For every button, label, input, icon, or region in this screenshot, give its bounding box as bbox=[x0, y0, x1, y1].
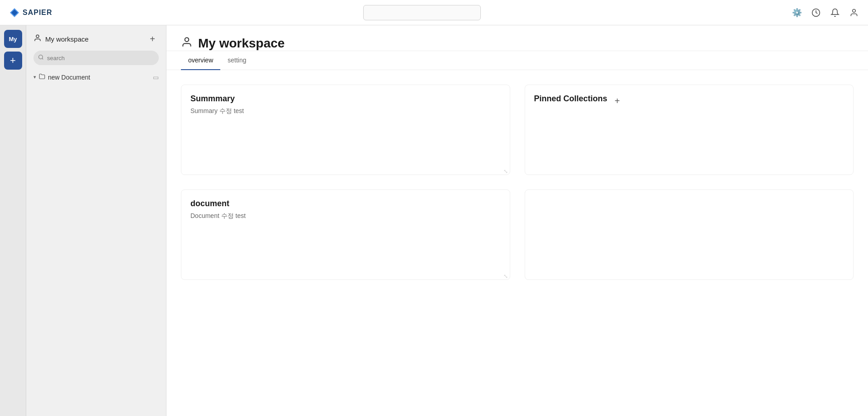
sidebar-search-input[interactable] bbox=[33, 51, 159, 65]
workspace-button[interactable]: My bbox=[4, 30, 22, 48]
doc-menu-icon[interactable]: ▭ bbox=[153, 74, 159, 81]
sidebar: My workspace + ▾ new Document ▭ bbox=[26, 25, 166, 416]
doc-folder-icon bbox=[39, 73, 45, 81]
logo: SAPIER bbox=[9, 7, 52, 18]
chevron-down-icon: ▾ bbox=[33, 74, 36, 80]
svg-point-7 bbox=[185, 38, 189, 42]
sidebar-workspace-info: My workspace bbox=[33, 34, 89, 44]
tab-setting[interactable]: setting bbox=[220, 51, 253, 70]
logo-icon bbox=[9, 7, 20, 18]
pinned-collections-header: Pinned Collections + bbox=[534, 94, 844, 107]
header-icon-group: ⚙️ bbox=[792, 8, 859, 18]
sidebar-doc-actions: ▭ bbox=[153, 74, 159, 81]
app-layout: My + My workspace + bbox=[0, 0, 868, 416]
history-icon[interactable] bbox=[811, 8, 821, 18]
sidebar-search-wrapper bbox=[33, 51, 159, 65]
sidebar-doc-name: new Document bbox=[48, 74, 150, 81]
sidebar-add-button[interactable]: + bbox=[146, 33, 159, 45]
workspace-tabs: overview setting bbox=[166, 51, 868, 70]
notifications-icon[interactable] bbox=[830, 8, 840, 18]
tab-overview[interactable]: overview bbox=[181, 51, 220, 70]
document-subtitle: Document 수정 test bbox=[190, 212, 501, 220]
add-workspace-button[interactable]: + bbox=[4, 52, 22, 70]
summary-subtitle: Summary 수정 test bbox=[190, 107, 501, 115]
pinned-collections-section: Pinned Collections + bbox=[525, 85, 854, 175]
summary-section: Summmary Summary 수정 test ⤡ bbox=[181, 85, 510, 175]
main-content: My workspace overview setting Summmary S… bbox=[166, 25, 868, 416]
sidebar-doc-item[interactable]: ▾ new Document ▭ bbox=[26, 71, 166, 84]
sidebar-header: My workspace + bbox=[26, 33, 166, 51]
document-title: document bbox=[190, 199, 501, 208]
empty-section bbox=[525, 189, 854, 280]
logo-text: SAPIER bbox=[23, 9, 52, 17]
profile-icon[interactable] bbox=[849, 8, 859, 18]
summary-title: Summmary bbox=[190, 94, 501, 104]
icon-bar: My + bbox=[0, 25, 26, 416]
sidebar-workspace-name: My workspace bbox=[45, 35, 89, 43]
workspace-person-icon bbox=[181, 36, 193, 51]
document-section: document Document 수정 test ⤡ bbox=[181, 189, 510, 280]
global-search-input[interactable] bbox=[363, 5, 481, 20]
pinned-collections-title: Pinned Collections bbox=[534, 94, 607, 104]
svg-point-4 bbox=[36, 35, 39, 38]
workspace-header: My workspace bbox=[166, 25, 868, 51]
pinned-collections-add-button[interactable]: + bbox=[612, 95, 623, 106]
sidebar-person-icon bbox=[33, 34, 42, 44]
resize-handle-document[interactable]: ⤡ bbox=[503, 273, 508, 278]
settings-icon[interactable]: ⚙️ bbox=[792, 8, 802, 18]
svg-point-3 bbox=[853, 9, 856, 12]
top-header: SAPIER ⚙️ bbox=[0, 0, 868, 25]
resize-handle-summary[interactable]: ⤡ bbox=[503, 168, 508, 173]
workspace-body: Summmary Summary 수정 test ⤡ Pinned Collec… bbox=[166, 85, 868, 280]
workspace-title: My workspace bbox=[198, 36, 285, 51]
